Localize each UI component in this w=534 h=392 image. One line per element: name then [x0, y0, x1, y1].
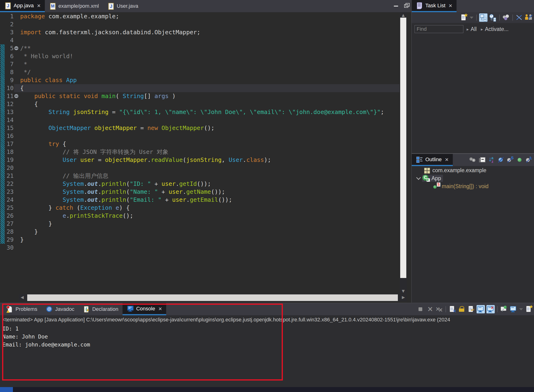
code-line-29[interactable]: 29} [0, 236, 400, 244]
dropdown-arrow-icon[interactable] [469, 14, 474, 22]
editor-tab-example-pom-xml[interactable]: Mexample/pom.xml [45, 0, 103, 12]
vertical-scroll-thumb[interactable] [400, 18, 406, 278]
console-tab-javadoc[interactable]: @Javadoc [42, 303, 79, 315]
code-line-4[interactable]: 4 [0, 36, 400, 44]
close-icon[interactable]: × [37, 3, 41, 9]
focus-icon[interactable] [469, 156, 477, 164]
chevron-down-icon[interactable] [416, 175, 421, 180]
code-line-8[interactable]: 8 */ [0, 68, 400, 76]
presentation-icon[interactable] [502, 14, 510, 22]
code-line-11[interactable]: 11 public static void main( String[] arg… [0, 92, 400, 100]
categorized-icon[interactable] [479, 13, 487, 22]
filter-activate[interactable]: ▸Activate... [481, 26, 509, 32]
editor-tab-user-java[interactable]: JUser.java [103, 0, 142, 12]
code-line-2[interactable]: 2 [0, 20, 400, 28]
code-line-23[interactable]: 23 System.out.println("Name: " + user.ge… [0, 188, 400, 196]
code-line-7[interactable]: 7 * [0, 60, 400, 68]
code-line-9[interactable]: 9public class App [0, 76, 400, 84]
code-line-16[interactable]: 16 [0, 132, 400, 140]
close-icon[interactable]: × [449, 3, 452, 9]
code-line-18[interactable]: 18 // 将 JSON 字符串转换为 User 对象 [0, 148, 400, 156]
code-line-24[interactable]: 24 System.out.println("Email: " + user.g… [0, 196, 400, 204]
outline-item-app[interactable]: CApp [412, 174, 534, 182]
code-line-12[interactable]: 12 { [0, 100, 400, 108]
scheduled-icon[interactable] [489, 14, 497, 22]
console-output-line: Name: John Doe [2, 333, 534, 341]
view-tab-task-list[interactable]: Task List× [412, 0, 457, 12]
code-line-20[interactable]: 20 [0, 164, 400, 172]
maximize-icon[interactable] [403, 2, 410, 9]
console-output[interactable]: ID: 1Name: John DoeEmail: john.doe@examp… [0, 325, 534, 387]
scroll-right-icon[interactable]: ▶ [402, 295, 405, 299]
editor-horizontal-scrollbar[interactable]: ◀ ▶ [19, 294, 407, 301]
code-line-27[interactable]: 27 } [0, 220, 400, 228]
pin-console-icon[interactable] [500, 305, 508, 313]
focus-workweek-icon[interactable] [525, 14, 533, 22]
console-tab-declaration[interactable]: (Declaration [79, 303, 123, 315]
view-tab-outline[interactable]: Outline× [412, 154, 453, 166]
remove-launch-icon[interactable]: × [426, 305, 434, 313]
open-console-icon[interactable]: ★ [525, 305, 533, 313]
new-task-icon[interactable]: ★ [460, 14, 468, 22]
task-find-input[interactable] [415, 25, 463, 33]
scroll-lock-icon[interactable] [458, 305, 466, 313]
close-icon[interactable]: × [158, 306, 162, 312]
hide-local-types-icon[interactable]: L [525, 156, 533, 164]
code-text [20, 116, 400, 124]
console-tab-problems[interactable]: Problems [2, 303, 42, 315]
fold-column [14, 44, 20, 52]
code-line-21[interactable]: 21 // 输出用户信息 [0, 172, 400, 180]
code-text: e.printStackTrace(); [20, 212, 400, 220]
outline-item-com-example-example[interactable]: com.example.example [412, 166, 534, 174]
editor-vertical-scrollbar[interactable]: ▲ ▼ [400, 12, 407, 294]
code-line-6[interactable]: 6 * Hello world! [0, 52, 400, 60]
sort-icon[interactable]: ↓az [487, 156, 496, 164]
code-line-13[interactable]: 13 String jsonString = "{\"id\": 1, \"na… [0, 108, 400, 116]
show-on-stdout-icon[interactable] [477, 305, 485, 313]
code-line-25[interactable]: 25 } catch (Exception e) { [0, 204, 400, 212]
fold-marker-icon[interactable] [14, 46, 18, 50]
code-line-26[interactable]: 26 e.printStackTrace(); [0, 212, 400, 220]
code-line-30[interactable]: 30 [0, 244, 400, 252]
code-line-28[interactable]: 28 } [0, 228, 400, 236]
line-number: 16 [0, 132, 14, 140]
scroll-up-icon[interactable]: ▲ [400, 13, 407, 17]
scroll-down-icon[interactable]: ▼ [400, 289, 407, 293]
show-on-stderr-icon[interactable]: × [486, 305, 495, 313]
outline-item-main-string-void[interactable]: Smain(String[]) : void [412, 182, 534, 190]
word-wrap-icon[interactable]: ↵ [467, 305, 475, 313]
hide-non-public-icon[interactable] [516, 156, 524, 164]
code-editor[interactable]: 1package com.example.example;23import co… [0, 12, 411, 294]
hide-fields-icon[interactable] [497, 156, 505, 164]
dropdown-arrow-icon[interactable] [519, 305, 524, 313]
code-line-22[interactable]: 22 System.out.println("ID: " + user.getI… [0, 180, 400, 188]
scroll-left-icon[interactable]: ◀ [21, 295, 24, 299]
tab-label: Console [136, 306, 155, 312]
hide-static-icon[interactable]: S [506, 156, 514, 164]
fold-marker-icon[interactable] [14, 94, 18, 98]
console-tab-console[interactable]: Console× [123, 303, 166, 315]
display-console-icon[interactable] [509, 305, 517, 313]
hide-completed-icon[interactable] [515, 14, 523, 22]
code-line-10[interactable]: 10{ [0, 84, 400, 92]
filter-all[interactable]: ▸All [467, 26, 477, 32]
code-line-3[interactable]: 3import com.fasterxml.jackson.databind.O… [0, 28, 400, 36]
editor-tab-app-java[interactable]: JApp.java× [0, 0, 45, 12]
code-line-19[interactable]: 19 User user = objectMapper.readValue(js… [0, 156, 400, 164]
code-line-1[interactable]: 1package com.example.example; [0, 12, 400, 20]
terminate-icon[interactable] [416, 305, 424, 313]
collapse-all-icon[interactable] [478, 156, 486, 164]
code-line-5[interactable]: 5/** [0, 44, 400, 52]
fold-column [14, 220, 20, 228]
code-text: try { [20, 140, 400, 148]
code-line-17[interactable]: 17 try { [0, 140, 400, 148]
code-text [20, 36, 400, 44]
horizontal-scroll-thumb[interactable] [27, 294, 398, 301]
line-number: 8 [0, 68, 14, 76]
code-line-15[interactable]: 15 ObjectMapper objectMapper = new Objec… [0, 124, 400, 132]
minimize-icon[interactable] [392, 2, 400, 9]
clear-console-icon[interactable]: × [448, 305, 456, 313]
close-icon[interactable]: × [445, 156, 449, 163]
remove-all-launches-icon[interactable]: ×× [435, 305, 443, 313]
code-line-14[interactable]: 14 [0, 116, 400, 124]
